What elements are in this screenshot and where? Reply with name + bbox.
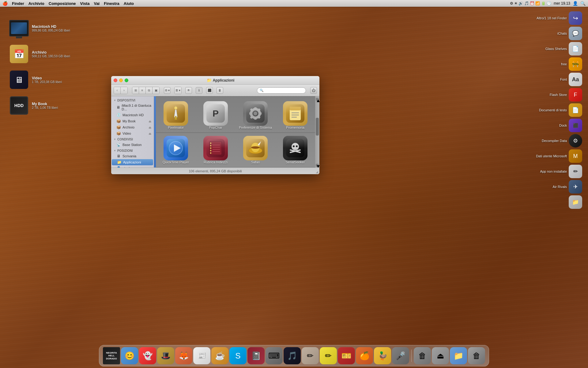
vai-menu[interactable]: Vai <box>94 1 100 6</box>
minimize-button[interactable] <box>119 79 123 82</box>
dock-icon-fox[interactable]: 🦊 <box>175 347 192 364</box>
widget-dock[interactable]: Dock ⬛ <box>558 118 583 133</box>
archivio-eject-icon[interactable]: ⏏ <box>149 126 151 129</box>
delete-button[interactable]: 🗑 <box>217 87 223 94</box>
glass-shelves-icon[interactable]: 📄 <box>569 42 582 56</box>
finder-scrollbar[interactable]: ▲ ▼ <box>315 96 319 167</box>
list-view-button[interactable]: ≡ <box>139 87 146 94</box>
sidebar-item-macintosh-hd[interactable]: 💿 Macintosh HD <box>111 112 154 118</box>
my-book-eject-icon[interactable]: ⏏ <box>149 120 151 123</box>
decompiler-icon[interactable]: ⚙ <box>569 134 582 148</box>
desktop-icon-macintosh-hd[interactable]: Macintosh HD 999,86 GB, 895,24 GB liberi <box>9 18 70 38</box>
icon-view-button[interactable]: ⊞ <box>132 87 139 94</box>
free-icon[interactable]: 🚧 <box>569 57 582 71</box>
preview-button[interactable]: 👁 <box>185 87 192 94</box>
scroll-thumb[interactable] <box>316 118 319 136</box>
flash-store-icon[interactable]: F <box>569 88 582 102</box>
dock-icon-coffee[interactable]: ☕ <box>211 347 228 364</box>
dock-icon-finder[interactable]: 😊 <box>121 347 138 364</box>
dock-icon-copper[interactable]: 🍊 <box>356 347 373 364</box>
action2-button[interactable]: ⬛ <box>206 87 213 94</box>
dock-icon-trash-full[interactable]: 🗑 <box>468 347 485 364</box>
widget-air-rivals[interactable]: Air Rivals ✈ <box>552 179 583 194</box>
dock-widget-icon[interactable]: ⬛ <box>569 119 582 132</box>
menubar-user[interactable]: 👤 <box>573 1 578 6</box>
file-item-serialseeker[interactable]: SerialSeeker <box>275 133 315 167</box>
dock-icon-ghostbusters[interactable]: 👻 <box>139 347 156 364</box>
file-item-rubrica[interactable]: Rubrica Indirizzi <box>196 133 236 167</box>
altro-icon[interactable]: ↪ <box>569 11 582 25</box>
apple-menu[interactable]: 🍎 <box>2 1 8 6</box>
file-item-safari[interactable]: Safari <box>236 133 275 167</box>
dock-icon-address[interactable]: 📓 <box>247 347 265 364</box>
archivio-menu[interactable]: Archivio <box>28 1 44 6</box>
info-button[interactable]: ℹ <box>196 87 202 94</box>
power-button[interactable]: ⏻ <box>310 87 317 94</box>
close-button[interactable] <box>114 79 117 82</box>
file-item-popchar[interactable]: P PopChar <box>196 98 236 132</box>
composizione-menu[interactable]: Composizione <box>49 1 76 6</box>
menubar-search[interactable]: 🔍 <box>580 1 586 6</box>
sidebar-item-gianluca[interactable]: 👤 gianluca <box>111 165 154 167</box>
widget-font[interactable]: Font Aa <box>559 72 583 87</box>
dock-icon-negrita[interactable]: NEGRITAHELLDORADO <box>103 347 120 364</box>
sidebar-item-scrivania[interactable]: 🖥 Scrivania <box>111 153 154 159</box>
column-view-button[interactable]: ⧉ <box>146 87 153 94</box>
widget-glass-shelves[interactable]: Glass Shelves 📄 <box>544 41 583 56</box>
app-non-installate-icon[interactable]: ✏ <box>569 165 582 178</box>
dock-icon-microphone[interactable]: 🎤 <box>392 347 409 364</box>
widget-ichats[interactable]: iChats 💬 <box>556 26 583 41</box>
dock-icon-cyberduck[interactable]: 🦆 <box>374 347 391 364</box>
file-item-pixelmator[interactable]: Pixelmator <box>156 98 196 132</box>
forward-button[interactable]: › <box>121 87 127 94</box>
widget-app-non-installate[interactable]: App non installate ✏ <box>539 164 583 179</box>
dock-icon-pencil[interactable]: ✏ <box>320 347 337 364</box>
finder-menu[interactable]: Finder <box>12 1 24 6</box>
file-item-preferenze[interactable]: Preferenze di Sistema <box>236 98 275 132</box>
scroll-up-arrow[interactable]: ▲ <box>316 98 319 101</box>
widget-blank-folder[interactable]: 📁 <box>567 195 583 209</box>
dock-icon-folder[interactable]: 📁 <box>450 347 467 364</box>
dock-icon-skype[interactable]: S <box>229 347 247 364</box>
action-button[interactable]: ⚙ ▾ <box>164 87 171 94</box>
view2-button[interactable]: ≣ ▾ <box>175 87 181 94</box>
aiuto-menu[interactable]: Aiuto <box>124 1 134 6</box>
vista-menu[interactable]: Vista <box>80 1 90 6</box>
dock-icon-vienna[interactable]: 📰 <box>193 347 210 364</box>
air-rivals-icon[interactable]: ✈ <box>569 180 582 194</box>
sidebar-item-video-dev[interactable]: 📦 Video ⏏ <box>111 130 154 136</box>
widget-flash-store[interactable]: Flash Store F <box>548 87 583 102</box>
file-item-promemoria[interactable]: Promemoria <box>275 98 315 132</box>
finestra-menu[interactable]: Finestra <box>104 1 119 6</box>
search-box[interactable]: 🔍 <box>257 87 306 94</box>
dock-icon-trash[interactable]: 🗑 <box>414 347 431 364</box>
dock-icon-music[interactable]: 🎵 <box>284 347 301 364</box>
resize-handle[interactable]: ◢ <box>315 169 319 174</box>
widget-free[interactable]: free 🚧 <box>560 57 583 71</box>
desktop-icon-archivio[interactable]: 📅 Archivio 500,11 GB, 180,59 GB liberi <box>9 44 70 64</box>
maximize-button[interactable] <box>125 79 128 82</box>
dock-icon-pen[interactable]: ✏ <box>302 347 319 364</box>
font-icon[interactable]: Aa <box>569 73 582 86</box>
dock-icon-indiana[interactable]: 🎩 <box>157 347 174 364</box>
dati-utente-icon[interactable]: M <box>569 149 582 163</box>
sidebar-item-imac[interactable]: 🖥 iMac9.1 di Gianluca D... <box>111 103 154 112</box>
dock-icon-eject[interactable]: ⏏ <box>432 347 449 364</box>
video-eject-icon[interactable]: ⏏ <box>149 132 151 135</box>
desktop-icon-video[interactable]: 🖥 Video 1 TB, 203,08 GB liberi <box>9 70 70 90</box>
scroll-down-arrow[interactable]: ▼ <box>316 164 319 167</box>
sidebar-item-applicazioni[interactable]: 📁 Applicazioni <box>112 159 153 165</box>
dock-icon-tickets[interactable]: 🎫 <box>338 347 355 364</box>
desktop-icon-my-book[interactable]: HDD My Book 2 TB, 1,06 TB liberi <box>9 96 70 115</box>
search-input[interactable] <box>265 89 303 92</box>
sidebar-item-base-station[interactable]: 📡 Base Station <box>111 142 154 148</box>
widget-decompiler[interactable]: Decompiler Data ⚙ <box>541 133 583 148</box>
documenti-testo-icon[interactable]: 📄 <box>569 103 582 117</box>
cover-flow-button[interactable]: ▣ <box>153 87 159 94</box>
file-item-quicktime[interactable]: QuickTime Player <box>156 133 196 167</box>
widget-altro[interactable]: Altro/1 18 nel Finder ↪ <box>535 11 583 25</box>
sidebar-item-my-book[interactable]: 📦 My Book ⏏ <box>111 118 154 124</box>
back-button[interactable]: ‹ <box>114 87 121 94</box>
sidebar-item-archivio[interactable]: 📦 Archivio ⏏ <box>111 124 154 130</box>
blank-folder-icon[interactable]: 📁 <box>569 195 582 209</box>
